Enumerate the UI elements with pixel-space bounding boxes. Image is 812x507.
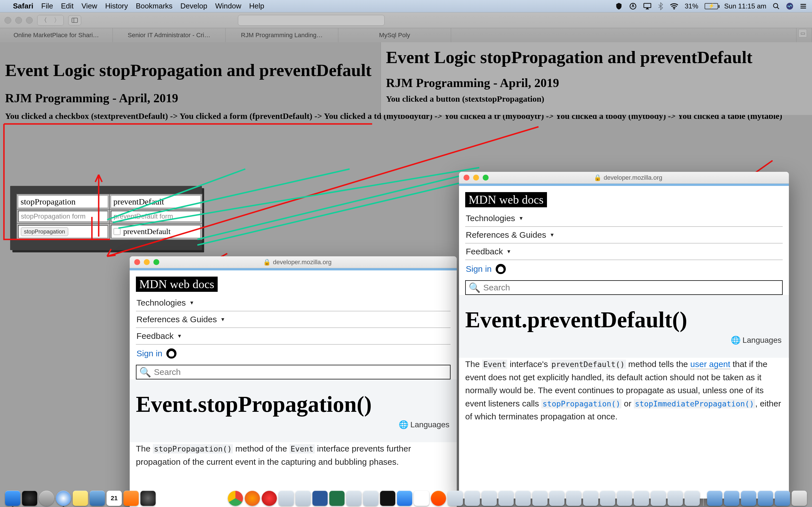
dock-notes[interactable]	[73, 491, 88, 506]
dock-folder[interactable]	[758, 491, 773, 506]
window-controls[interactable]	[4, 17, 33, 24]
dock-app[interactable]	[532, 491, 548, 506]
dock-app[interactable]	[684, 491, 700, 506]
dock-textedit[interactable]	[414, 491, 429, 506]
demo-table[interactable]: stopPropagation preventDefault stopPropa…	[16, 194, 202, 240]
nav-technologies[interactable]: Technologies▼	[465, 210, 783, 227]
dock-folder[interactable]	[775, 491, 790, 506]
menubar-clock[interactable]: Sun 11:15 am	[724, 2, 766, 10]
dock-app[interactable]	[465, 491, 480, 506]
dock-brave[interactable]	[431, 491, 446, 506]
siri-icon[interactable]	[786, 3, 794, 10]
dock-app[interactable]	[499, 491, 514, 506]
menu-help[interactable]: Help	[249, 2, 264, 10]
dock-trash[interactable]	[792, 491, 807, 506]
preventdefault-checkbox[interactable]	[114, 228, 120, 235]
dock-calendar[interactable]: 21	[107, 491, 122, 506]
nav-references[interactable]: References & Guides▼	[136, 311, 451, 328]
spotlight-icon[interactable]	[772, 3, 780, 10]
dock-dashboard[interactable]	[22, 491, 37, 506]
dock-app[interactable]	[634, 491, 649, 506]
search-input[interactable]	[483, 283, 779, 292]
window-titlebar[interactable]: 🔒developer.mozilla.org	[130, 256, 457, 268]
tab-1[interactable]: Online MarketPlace for Shari…	[0, 28, 113, 42]
dock-app[interactable]	[566, 491, 581, 506]
tab-4[interactable]: MySql Poly	[338, 28, 451, 42]
search-input[interactable]	[154, 367, 447, 377]
td-stoppropagation-head[interactable]: stopPropagation	[17, 194, 109, 209]
zoom-button[interactable]	[153, 259, 159, 265]
td-preventdefault-form[interactable]	[109, 209, 202, 223]
dock-folder[interactable]	[741, 491, 756, 506]
menu-bookmarks[interactable]: Bookmarks	[136, 2, 172, 10]
nav-references[interactable]: References & Guides▼	[465, 227, 783, 243]
avast-icon[interactable]	[629, 2, 637, 10]
dock-app[interactable]	[448, 491, 463, 506]
dock-opera[interactable]	[262, 491, 277, 506]
dock-mail[interactable]	[397, 491, 412, 506]
dock-app[interactable]	[481, 491, 497, 506]
menu-view[interactable]: View	[82, 2, 97, 10]
stoppropagation-button[interactable]: stopPropagation	[21, 227, 68, 236]
zoom-button[interactable]	[483, 175, 489, 180]
malwarebytes-icon[interactable]	[615, 2, 623, 10]
nav-feedback[interactable]: Feedback▼	[136, 328, 451, 344]
td-preventdefault-head[interactable]: preventDefault	[109, 194, 202, 209]
menu-window[interactable]: Window	[215, 2, 241, 10]
dock-app[interactable]	[668, 491, 683, 506]
window-titlebar[interactable]: 🔒developer.mozilla.org	[459, 172, 789, 184]
show-all-tabs-button[interactable]: ▭	[799, 29, 807, 38]
battery-icon[interactable]: ⚡	[705, 3, 718, 9]
dock-chrome[interactable]	[228, 491, 243, 506]
dock-app[interactable]	[651, 491, 666, 506]
close-button[interactable]	[463, 175, 469, 180]
dock-app[interactable]	[515, 491, 530, 506]
close-button[interactable]	[134, 259, 140, 265]
dock-books[interactable]	[123, 491, 139, 506]
languages-button[interactable]: 🌐Languages	[136, 418, 451, 434]
bluetooth-icon[interactable]	[658, 2, 663, 10]
dock-ms-excel[interactable]	[329, 491, 345, 506]
dock-ms-word[interactable]	[312, 491, 327, 506]
table-row[interactable]	[17, 209, 202, 223]
search-field[interactable]: 🔍	[136, 365, 451, 379]
preventdefault-form-input[interactable]	[111, 211, 201, 222]
sign-in-link[interactable]: Sign in	[465, 260, 783, 279]
td-preventdefault-checkbox[interactable]: preventDefault	[109, 223, 202, 240]
dock-terminal[interactable]	[380, 491, 395, 506]
minimize-button[interactable]	[473, 175, 479, 180]
tab-2[interactable]: Senior IT Administrator - Cri…	[113, 28, 225, 42]
mdn-logo[interactable]: MDN web docs	[465, 192, 547, 207]
nav-feedback[interactable]: Feedback▼	[465, 243, 783, 260]
dock-app[interactable]	[600, 491, 615, 506]
nav-technologies[interactable]: Technologies▼	[136, 295, 451, 311]
demo-table-container[interactable]: stopPropagation preventDefault stopPropa…	[10, 186, 202, 250]
notification-center-icon[interactable]	[800, 3, 807, 9]
sidebar-toggle-button[interactable]	[68, 15, 81, 25]
dock-safari[interactable]	[56, 491, 71, 506]
td-stoppropagation-button[interactable]: stopPropagation	[17, 223, 109, 240]
stoppropagation-link[interactable]: stopPropagation()	[543, 399, 620, 408]
td-stoppropagation-form[interactable]	[17, 209, 109, 223]
wifi-icon[interactable]	[670, 3, 679, 10]
menu-edit[interactable]: Edit	[61, 2, 73, 10]
stoppropagation-form-input[interactable]	[18, 211, 108, 222]
menu-develop[interactable]: Develop	[181, 2, 207, 10]
forward-button[interactable]: 〉	[50, 15, 63, 25]
dock-app[interactable]	[346, 491, 361, 506]
sign-in-link[interactable]: Sign in	[136, 344, 451, 363]
dock-preview[interactable]	[90, 491, 105, 506]
search-field[interactable]: 🔍	[465, 280, 783, 295]
tab-3[interactable]: RJM Programming Landing…	[225, 28, 338, 42]
languages-button[interactable]: 🌐Languages	[465, 333, 783, 350]
dock-app[interactable]	[363, 491, 378, 506]
mdn-window-stoppropagation[interactable]: 🔒developer.mozilla.org MDN web docs Tech…	[130, 256, 457, 507]
mdn-window-preventdefault[interactable]: 🔒developer.mozilla.org MDN web docs Tech…	[459, 172, 789, 499]
table-row[interactable]: stopPropagation preventDefault	[17, 194, 202, 209]
dock-downloads[interactable]	[707, 491, 722, 506]
airplay-icon[interactable]	[643, 3, 652, 10]
mdn-logo[interactable]: MDN web docs	[136, 277, 218, 292]
dock-app[interactable]	[617, 491, 632, 506]
table-row[interactable]: stopPropagation preventDefault	[17, 223, 202, 240]
dock-quicktime[interactable]	[140, 491, 156, 506]
